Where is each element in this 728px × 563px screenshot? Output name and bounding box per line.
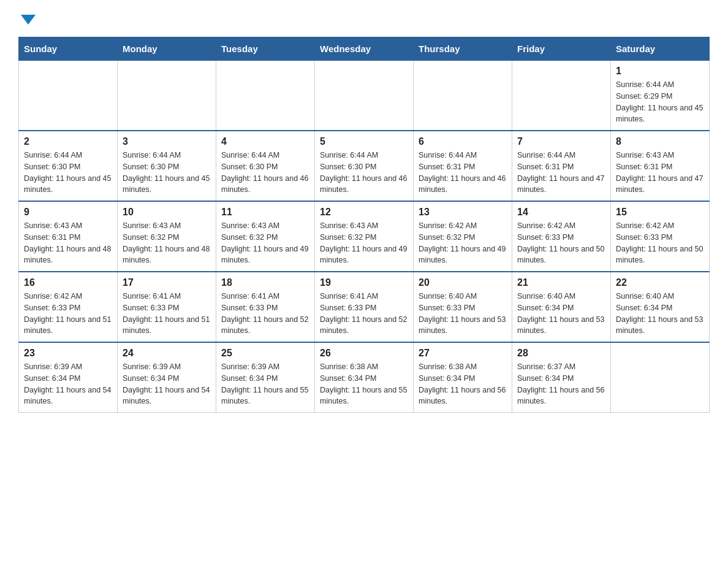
day-info: Sunrise: 6:43 AM Sunset: 6:32 PM Dayligh…: [221, 220, 309, 266]
day-number: 13: [419, 207, 507, 218]
day-info: Sunrise: 6:40 AM Sunset: 6:34 PM Dayligh…: [517, 291, 605, 337]
day-info: Sunrise: 6:42 AM Sunset: 6:32 PM Dayligh…: [419, 220, 507, 266]
page-header: [18, 12, 710, 25]
calendar-week-row: 9Sunrise: 6:43 AM Sunset: 6:31 PM Daylig…: [19, 201, 710, 272]
day-number: 7: [517, 136, 605, 147]
calendar-cell: 25Sunrise: 6:39 AM Sunset: 6:34 PM Dayli…: [216, 342, 315, 413]
day-info: Sunrise: 6:42 AM Sunset: 6:33 PM Dayligh…: [616, 220, 704, 266]
day-info: Sunrise: 6:43 AM Sunset: 6:31 PM Dayligh…: [24, 220, 112, 266]
calendar-cell: 7Sunrise: 6:44 AM Sunset: 6:31 PM Daylig…: [512, 131, 611, 201]
day-number: 27: [419, 348, 507, 359]
calendar-cell: 4Sunrise: 6:44 AM Sunset: 6:30 PM Daylig…: [216, 131, 315, 201]
calendar-cell: 6Sunrise: 6:44 AM Sunset: 6:31 PM Daylig…: [414, 131, 512, 201]
calendar-cell: 22Sunrise: 6:40 AM Sunset: 6:34 PM Dayli…: [611, 272, 710, 342]
day-of-week-header: Saturday: [611, 37, 710, 61]
day-info: Sunrise: 6:42 AM Sunset: 6:33 PM Dayligh…: [24, 291, 112, 337]
calendar-cell: [512, 61, 611, 131]
day-info: Sunrise: 6:44 AM Sunset: 6:31 PM Dayligh…: [517, 150, 605, 196]
day-of-week-header: Sunday: [19, 37, 118, 61]
calendar-cell: 11Sunrise: 6:43 AM Sunset: 6:32 PM Dayli…: [216, 201, 315, 272]
calendar-cell: 8Sunrise: 6:43 AM Sunset: 6:31 PM Daylig…: [611, 131, 710, 201]
day-info: Sunrise: 6:44 AM Sunset: 6:29 PM Dayligh…: [616, 79, 704, 125]
day-number: 24: [123, 348, 211, 359]
day-of-week-header: Friday: [512, 37, 611, 61]
day-info: Sunrise: 6:38 AM Sunset: 6:34 PM Dayligh…: [320, 361, 408, 407]
day-number: 25: [221, 348, 309, 359]
calendar-cell: 12Sunrise: 6:43 AM Sunset: 6:32 PM Dayli…: [315, 201, 414, 272]
day-number: 26: [320, 348, 408, 359]
calendar-cell: 23Sunrise: 6:39 AM Sunset: 6:34 PM Dayli…: [19, 342, 118, 413]
calendar-week-row: 1Sunrise: 6:44 AM Sunset: 6:29 PM Daylig…: [19, 61, 710, 131]
calendar-header-row: SundayMondayTuesdayWednesdayThursdayFrid…: [19, 37, 710, 61]
calendar-cell: 19Sunrise: 6:41 AM Sunset: 6:33 PM Dayli…: [315, 272, 414, 342]
calendar-cell: 3Sunrise: 6:44 AM Sunset: 6:30 PM Daylig…: [118, 131, 216, 201]
day-info: Sunrise: 6:44 AM Sunset: 6:30 PM Dayligh…: [123, 150, 211, 196]
calendar-cell: 26Sunrise: 6:38 AM Sunset: 6:34 PM Dayli…: [315, 342, 414, 413]
day-of-week-header: Monday: [118, 37, 216, 61]
day-number: 4: [221, 136, 309, 147]
day-info: Sunrise: 6:43 AM Sunset: 6:31 PM Dayligh…: [616, 150, 704, 196]
calendar-cell: 18Sunrise: 6:41 AM Sunset: 6:33 PM Dayli…: [216, 272, 315, 342]
day-number: 14: [517, 207, 605, 218]
calendar-week-row: 23Sunrise: 6:39 AM Sunset: 6:34 PM Dayli…: [19, 342, 710, 413]
calendar-cell: 13Sunrise: 6:42 AM Sunset: 6:32 PM Dayli…: [414, 201, 512, 272]
day-number: 5: [320, 136, 408, 147]
day-info: Sunrise: 6:43 AM Sunset: 6:32 PM Dayligh…: [320, 220, 408, 266]
calendar-cell: 10Sunrise: 6:43 AM Sunset: 6:32 PM Dayli…: [118, 201, 216, 272]
calendar-cell: 16Sunrise: 6:42 AM Sunset: 6:33 PM Dayli…: [19, 272, 118, 342]
calendar-week-row: 16Sunrise: 6:42 AM Sunset: 6:33 PM Dayli…: [19, 272, 710, 342]
calendar-cell: 14Sunrise: 6:42 AM Sunset: 6:33 PM Dayli…: [512, 201, 611, 272]
day-of-week-header: Thursday: [414, 37, 512, 61]
day-number: 21: [517, 277, 605, 288]
day-info: Sunrise: 6:39 AM Sunset: 6:34 PM Dayligh…: [24, 361, 112, 407]
day-number: 18: [221, 277, 309, 288]
day-number: 3: [123, 136, 211, 147]
calendar-cell: 20Sunrise: 6:40 AM Sunset: 6:33 PM Dayli…: [414, 272, 512, 342]
calendar-table: SundayMondayTuesdayWednesdayThursdayFrid…: [18, 37, 710, 413]
day-number: 8: [616, 136, 704, 147]
calendar-cell: [611, 342, 710, 413]
calendar-cell: 2Sunrise: 6:44 AM Sunset: 6:30 PM Daylig…: [19, 131, 118, 201]
calendar-cell: [19, 61, 118, 131]
day-number: 17: [123, 277, 211, 288]
calendar-cell: 17Sunrise: 6:41 AM Sunset: 6:33 PM Dayli…: [118, 272, 216, 342]
day-number: 16: [24, 277, 112, 288]
day-number: 22: [616, 277, 704, 288]
day-info: Sunrise: 6:44 AM Sunset: 6:31 PM Dayligh…: [419, 150, 507, 196]
day-info: Sunrise: 6:41 AM Sunset: 6:33 PM Dayligh…: [123, 291, 211, 337]
day-of-week-header: Wednesday: [315, 37, 414, 61]
calendar-week-row: 2Sunrise: 6:44 AM Sunset: 6:30 PM Daylig…: [19, 131, 710, 201]
day-info: Sunrise: 6:40 AM Sunset: 6:33 PM Dayligh…: [419, 291, 507, 337]
calendar-cell: 28Sunrise: 6:37 AM Sunset: 6:34 PM Dayli…: [512, 342, 611, 413]
calendar-cell: 15Sunrise: 6:42 AM Sunset: 6:33 PM Dayli…: [611, 201, 710, 272]
calendar-cell: [315, 61, 414, 131]
day-info: Sunrise: 6:44 AM Sunset: 6:30 PM Dayligh…: [24, 150, 112, 196]
calendar-cell: 27Sunrise: 6:38 AM Sunset: 6:34 PM Dayli…: [414, 342, 512, 413]
day-number: 1: [616, 66, 704, 77]
day-info: Sunrise: 6:41 AM Sunset: 6:33 PM Dayligh…: [221, 291, 309, 337]
day-of-week-header: Tuesday: [216, 37, 315, 61]
day-number: 12: [320, 207, 408, 218]
calendar-cell: 24Sunrise: 6:39 AM Sunset: 6:34 PM Dayli…: [118, 342, 216, 413]
day-info: Sunrise: 6:41 AM Sunset: 6:33 PM Dayligh…: [320, 291, 408, 337]
day-number: 2: [24, 136, 112, 147]
logo: [18, 12, 36, 25]
day-info: Sunrise: 6:44 AM Sunset: 6:30 PM Dayligh…: [221, 150, 309, 196]
day-number: 15: [616, 207, 704, 218]
calendar-cell: 21Sunrise: 6:40 AM Sunset: 6:34 PM Dayli…: [512, 272, 611, 342]
calendar-cell: [414, 61, 512, 131]
calendar-cell: 5Sunrise: 6:44 AM Sunset: 6:30 PM Daylig…: [315, 131, 414, 201]
day-number: 10: [123, 207, 211, 218]
day-number: 11: [221, 207, 309, 218]
day-info: Sunrise: 6:44 AM Sunset: 6:30 PM Dayligh…: [320, 150, 408, 196]
day-number: 28: [517, 348, 605, 359]
day-number: 9: [24, 207, 112, 218]
day-info: Sunrise: 6:40 AM Sunset: 6:34 PM Dayligh…: [616, 291, 704, 337]
day-number: 6: [419, 136, 507, 147]
day-info: Sunrise: 6:39 AM Sunset: 6:34 PM Dayligh…: [221, 361, 309, 407]
day-info: Sunrise: 6:42 AM Sunset: 6:33 PM Dayligh…: [517, 220, 605, 266]
calendar-cell: [216, 61, 315, 131]
day-info: Sunrise: 6:39 AM Sunset: 6:34 PM Dayligh…: [123, 361, 211, 407]
logo-triangle-icon: [21, 15, 36, 25]
day-number: 23: [24, 348, 112, 359]
